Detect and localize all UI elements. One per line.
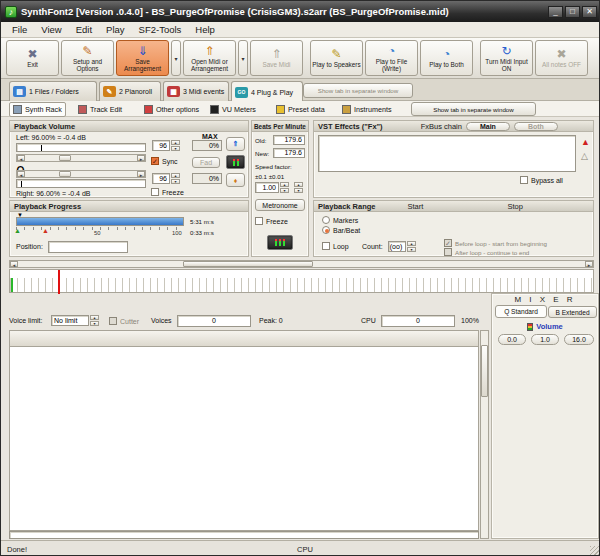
subtab-vu-meters[interactable]: VU Meters: [207, 102, 259, 117]
play-to-both-button[interactable]: ◔Play to Both: [420, 40, 473, 76]
midi-input-icon: ↻: [501, 45, 511, 58]
spin-up-icon[interactable]: ▴: [171, 173, 180, 178]
cards-icon: ▦: [167, 86, 180, 97]
left-volume-spinner[interactable]: 96▴▾: [152, 140, 180, 151]
show-separate-window-button[interactable]: Show tab in separate window: [411, 102, 536, 116]
play-to-file-button[interactable]: ◔Play to File (Write): [365, 40, 418, 76]
save-arrangement-icon: ⇓: [137, 45, 147, 58]
left-volume-meter: [16, 143, 146, 152]
bpm-new-field[interactable]: 179.6: [273, 148, 305, 158]
right-volume-slider[interactable]: ◂▸: [16, 170, 146, 178]
loop-count-spinner[interactable]: (oo)▴▾: [388, 241, 416, 252]
spin-down-icon[interactable]: ▾: [171, 179, 180, 184]
save-arrangement-button[interactable]: ⇓Save Arrangement: [116, 40, 169, 76]
before-loop-checkbox[interactable]: ✓Before loop - start from beginning: [444, 239, 547, 247]
show-separate-window-button-top[interactable]: Show tab in separate window: [303, 83, 413, 98]
speaker-pencil-icon: ✎: [331, 48, 341, 61]
minimize-button[interactable]: _: [548, 6, 563, 18]
move-effect-down-icon[interactable]: △: [581, 151, 588, 161]
playhead[interactable]: [58, 270, 60, 294]
vst-effects-list[interactable]: [318, 135, 576, 172]
slider-right-arrow[interactable]: ▸: [137, 171, 145, 177]
barbeat-radio[interactable]: Bar/Beat: [322, 226, 360, 234]
subtab-other-options[interactable]: Other options: [141, 102, 202, 117]
output-routing-button[interactable]: ♦: [226, 173, 245, 187]
play-to-speakers-button[interactable]: ✎Play to Speakers: [310, 40, 363, 76]
spin-up-icon[interactable]: ▴: [171, 140, 180, 145]
position-field[interactable]: [48, 241, 128, 253]
turn-midi-input-on-button[interactable]: ↻Turn Midi Input ON: [480, 40, 533, 76]
menu-play[interactable]: Play: [99, 24, 131, 35]
menu-sf2-tools[interactable]: SF2-Tools: [132, 24, 189, 35]
menu-help[interactable]: Help: [188, 24, 222, 35]
right-volume-meter: [16, 179, 146, 188]
fad-button[interactable]: Fad: [192, 157, 220, 168]
exit-button[interactable]: ✖Exit: [6, 40, 59, 76]
tab-plug-and-play[interactable]: GO4 Plug & Play: [231, 81, 303, 102]
voice-limit-select[interactable]: No limit▴▾: [51, 315, 99, 326]
song-overview[interactable]: [9, 269, 594, 293]
slider-left-arrow[interactable]: ◂: [17, 155, 25, 161]
vst-panel-header: VST Effects ("Fx") FxBus chain Main Both: [314, 121, 593, 132]
scroll-left-icon[interactable]: ◂: [10, 261, 18, 267]
slider-right-arrow[interactable]: ▸: [137, 155, 145, 161]
dropdown-arrow-icon[interactable]: ▾: [238, 40, 248, 76]
volume-up-button[interactable]: ⇑: [226, 137, 245, 151]
overview-scrollbar[interactable]: ◂▸: [9, 260, 594, 268]
tab-files-folders[interactable]: ▤1 Files / Folders: [9, 81, 97, 101]
bypass-all-checkbox[interactable]: Bypass all: [520, 176, 563, 184]
scroll-right-icon[interactable]: ▸: [585, 261, 593, 267]
mixer-tab-extended[interactable]: B Extended: [548, 306, 597, 318]
maximize-button[interactable]: □: [565, 6, 580, 18]
spin-down-icon[interactable]: ▾: [171, 146, 180, 151]
speed-factor-spinner[interactable]: 1.00▴▾: [255, 182, 289, 193]
loop-marker-icon[interactable]: ▲: [42, 227, 49, 234]
menu-view[interactable]: View: [34, 24, 68, 35]
save-midi-button[interactable]: ⇑Save Midi: [250, 40, 303, 76]
sync-checkbox[interactable]: ✓Sync: [151, 157, 178, 165]
menu-edit[interactable]: Edit: [69, 24, 99, 35]
speed-factor-fine-spinner[interactable]: ▴▾: [294, 182, 303, 193]
tab-pianoroll[interactable]: ✎2 Pianoroll: [99, 81, 161, 101]
setup-and-options-button[interactable]: ✎Setup and Options: [61, 40, 114, 76]
subtab-preset-data[interactable]: Preset data: [273, 102, 328, 117]
loop-checkbox[interactable]: Loop: [322, 242, 349, 250]
subtab-instruments[interactable]: Instruments: [339, 102, 395, 117]
open-midi-or-arrangement-button[interactable]: ⇑Open Midi or Arrangement: [183, 40, 236, 76]
cutter-checkbox[interactable]: Cutter: [109, 317, 139, 325]
markers-radio[interactable]: Markers: [322, 216, 358, 224]
tab-midi-events[interactable]: ▦3 Midi events: [163, 81, 229, 101]
mixer-tab-standard[interactable]: Q Standard: [495, 305, 547, 318]
go-icon: GO: [235, 87, 248, 98]
move-effect-up-icon[interactable]: ▲: [581, 137, 590, 147]
bpm-freeze-checkbox[interactable]: Freeze: [255, 217, 288, 225]
sub-tabs: Show tab in separate window Synth RackTr…: [1, 101, 600, 117]
bpm-vu-button[interactable]: [267, 235, 293, 250]
table-vscrollbar[interactable]: [480, 330, 489, 539]
slider-left-arrow[interactable]: ◂: [17, 171, 25, 177]
start-marker-icon[interactable]: ▲: [14, 227, 21, 234]
bpm-old-field: 179.6: [273, 135, 305, 145]
mixer-one-button[interactable]: 1.0: [531, 334, 559, 345]
mixer-sixteen-button[interactable]: 16.0: [564, 334, 594, 345]
dropdown-arrow-icon[interactable]: ▾: [171, 40, 181, 76]
vu-display-button[interactable]: [226, 155, 245, 169]
progress-ruler[interactable]: ▲ ▲ 50 100: [16, 227, 184, 237]
subtab-track-edit[interactable]: Track Edit: [75, 102, 125, 117]
resize-grip-icon[interactable]: [590, 546, 600, 556]
after-loop-checkbox[interactable]: After loop - continue to end: [444, 248, 529, 256]
volume-freeze-checkbox[interactable]: Freeze: [151, 188, 184, 196]
toolbar-button-label: Setup and Options: [62, 58, 113, 72]
subtab-synth-rack[interactable]: Synth Rack: [9, 102, 66, 117]
menu-file[interactable]: File: [5, 24, 34, 35]
progress-bar[interactable]: [16, 217, 184, 226]
fxbus-both-button[interactable]: Both: [514, 122, 558, 131]
right-volume-spinner[interactable]: 96▴▾: [152, 173, 180, 184]
all-notes-off-button[interactable]: ✖All notes OFF: [535, 40, 588, 76]
close-button[interactable]: ✕: [582, 6, 597, 18]
mixer-zero-button[interactable]: 0.0: [498, 334, 526, 345]
main-tabs: Show tab in separate window ▤1 Files / F…: [1, 79, 600, 101]
metronome-button[interactable]: Metronome: [255, 199, 305, 211]
left-volume-slider[interactable]: ◂▸: [16, 154, 146, 162]
fxbus-main-button[interactable]: Main: [466, 122, 510, 131]
